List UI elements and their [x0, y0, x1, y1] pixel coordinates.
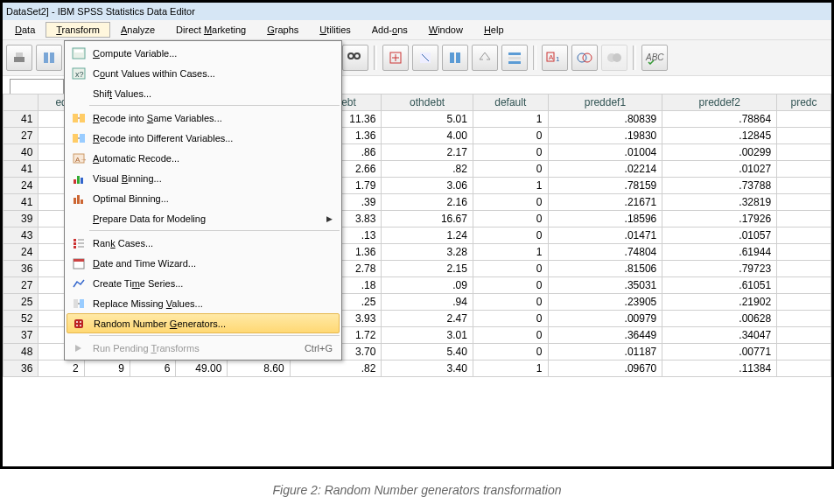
toolbar-btn-value-labels[interactable]: A1 — [542, 45, 568, 71]
row-header[interactable]: 39 — [4, 211, 39, 228]
row-header[interactable]: 24 — [4, 178, 39, 194]
cell[interactable]: 1 — [473, 178, 548, 194]
col-othdebt[interactable]: othdebt — [382, 94, 473, 111]
cell[interactable]: 0 — [473, 327, 548, 344]
cell[interactable]: .21671 — [548, 194, 662, 211]
cell[interactable]: .78864 — [662, 111, 777, 128]
cell[interactable]: 16.67 — [382, 211, 473, 228]
row-header[interactable]: 27 — [4, 128, 39, 144]
cell[interactable] — [777, 128, 831, 144]
menu-direct-marketing[interactable]: Direct Marketing — [165, 22, 256, 38]
cell[interactable]: 0 — [473, 311, 548, 327]
cell[interactable]: .34047 — [662, 327, 777, 344]
toolbar-btn-insert-var[interactable] — [412, 45, 438, 71]
cell[interactable]: .01004 — [548, 144, 662, 161]
cell[interactable]: .78159 — [548, 178, 662, 194]
cell[interactable]: .36449 — [548, 327, 662, 344]
cell[interactable]: 0 — [473, 144, 548, 161]
cell[interactable]: 2.47 — [382, 311, 473, 327]
mi-prepare-data[interactable]: Prepare Data for Modeling ▶ — [67, 208, 340, 228]
cell[interactable]: .21902 — [662, 294, 777, 311]
cell[interactable] — [777, 211, 831, 228]
cell[interactable]: 0 — [473, 211, 548, 228]
menu-addons[interactable]: Add-ons — [361, 22, 418, 38]
toolbar-btn-show-all[interactable] — [601, 45, 627, 71]
cell[interactable]: .01057 — [662, 228, 777, 244]
cell[interactable] — [777, 327, 831, 344]
cell[interactable]: 4.00 — [382, 128, 473, 144]
cell[interactable]: .61944 — [662, 244, 777, 261]
cell[interactable]: .23905 — [548, 294, 662, 311]
cell[interactable]: 0 — [473, 344, 548, 360]
toolbar-btn-goto[interactable] — [36, 45, 62, 71]
row-header[interactable]: 43 — [4, 228, 39, 244]
cell[interactable]: 0 — [473, 294, 548, 311]
cell[interactable]: .00299 — [662, 144, 777, 161]
goto-input[interactable] — [10, 79, 64, 94]
cell[interactable]: .73788 — [662, 178, 777, 194]
menu-help[interactable]: Help — [473, 22, 515, 38]
cell[interactable]: 1.24 — [382, 228, 473, 244]
cell[interactable]: .17926 — [662, 211, 777, 228]
cell[interactable]: 9 — [84, 360, 130, 377]
menu-data[interactable]: Data — [4, 22, 46, 38]
toolbar-btn-spellcheck[interactable]: ABC — [641, 45, 668, 71]
cell[interactable] — [777, 144, 831, 161]
row-header[interactable]: 27 — [4, 277, 39, 294]
cell[interactable]: 2.17 — [382, 144, 473, 161]
menu-window[interactable]: Window — [418, 22, 473, 38]
cell[interactable]: 2.16 — [382, 194, 473, 211]
cell[interactable] — [777, 261, 831, 277]
toolbar-btn-find[interactable] — [342, 45, 368, 71]
col-preddef1[interactable]: preddef1 — [548, 94, 662, 111]
menu-analyze[interactable]: Analyze — [110, 22, 165, 38]
row-header[interactable]: 37 — [4, 327, 39, 344]
cell[interactable] — [777, 178, 831, 194]
cell[interactable]: .82 — [290, 360, 382, 377]
cell[interactable]: .80839 — [548, 111, 662, 128]
mi-count-values[interactable]: x? Count Values within Cases... — [67, 63, 340, 83]
mi-auto-recode[interactable]: A→ Automatic Recode... — [67, 148, 340, 168]
row-header[interactable]: 40 — [4, 144, 39, 161]
cell[interactable]: .35031 — [548, 277, 662, 294]
cell[interactable]: 6 — [130, 360, 176, 377]
cell[interactable]: .00771 — [662, 344, 777, 360]
cell[interactable]: 3.28 — [382, 244, 473, 261]
row-header[interactable]: 36 — [4, 360, 39, 377]
cell[interactable]: .00628 — [662, 311, 777, 327]
mi-create-time-series[interactable]: Create Time Series... — [67, 273, 340, 293]
cell[interactable]: .82 — [382, 161, 473, 178]
cell[interactable]: .11384 — [662, 360, 777, 377]
mi-date-time[interactable]: Date and Time Wizard... — [67, 253, 340, 273]
cell[interactable]: .01027 — [662, 161, 777, 178]
toolbar-btn-split[interactable] — [442, 45, 468, 71]
row-header[interactable]: 41 — [4, 194, 39, 211]
mi-compute-variable[interactable]: Compute Variable... — [67, 43, 340, 63]
mi-shift-values[interactable]: Shift Values... — [67, 83, 340, 103]
cell[interactable]: .19830 — [548, 128, 662, 144]
cell[interactable]: .18596 — [548, 211, 662, 228]
cell[interactable] — [777, 161, 831, 178]
cell[interactable] — [777, 111, 831, 128]
cell[interactable] — [777, 360, 831, 377]
cell[interactable]: .02214 — [548, 161, 662, 178]
toolbar-btn-use-sets[interactable] — [571, 45, 598, 71]
row-header[interactable]: 24 — [4, 244, 39, 261]
toolbar-btn-print[interactable] — [6, 45, 32, 71]
mi-random-number-generators[interactable]: Random Number Generators... — [67, 313, 340, 333]
menu-utilities[interactable]: Utilities — [309, 22, 361, 38]
cell[interactable]: .01471 — [548, 228, 662, 244]
row-header[interactable]: 41 — [4, 111, 39, 128]
menu-graphs[interactable]: Graphs — [256, 22, 309, 38]
cell[interactable] — [777, 311, 831, 327]
cell[interactable] — [777, 194, 831, 211]
cell[interactable]: 0 — [473, 261, 548, 277]
cell[interactable]: 1 — [473, 111, 548, 128]
cell[interactable] — [777, 277, 831, 294]
row-header[interactable]: 25 — [4, 294, 39, 311]
menu-transform[interactable]: Transform — [46, 22, 110, 38]
col-predc[interactable]: predc — [777, 94, 831, 111]
cell[interactable]: 3.01 — [382, 327, 473, 344]
cell[interactable]: .61051 — [662, 277, 777, 294]
cell[interactable]: 3.40 — [382, 360, 473, 377]
